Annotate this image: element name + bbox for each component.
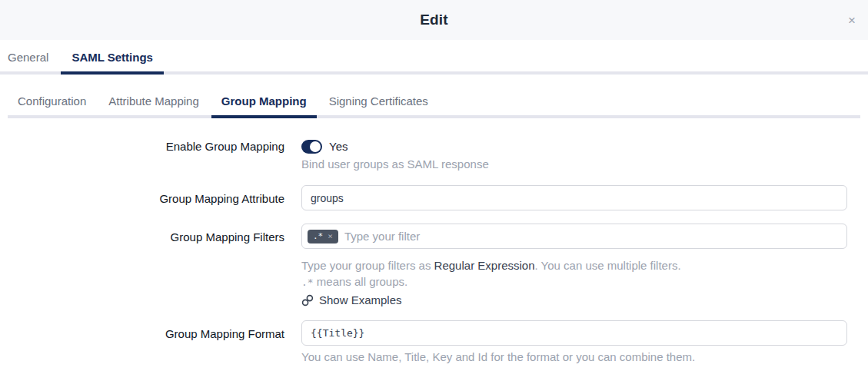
- group-mapping-format-input[interactable]: [301, 320, 847, 346]
- main-tabs: General SAML Settings: [0, 40, 868, 75]
- subtab-configuration[interactable]: Configuration: [8, 94, 96, 115]
- filter-chip: .* ×: [308, 230, 338, 243]
- link-icon: [301, 294, 314, 306]
- close-icon[interactable]: ×: [844, 10, 860, 31]
- group-mapping-attribute-label: Group Mapping Attribute: [0, 185, 284, 210]
- group-mapping-attribute-row: Group Mapping Attribute: [0, 185, 868, 210]
- toggle-state-text: Yes: [329, 140, 348, 153]
- modal-header: Edit ×: [0, 0, 868, 40]
- group-mapping-filters-label: Group Mapping Filters: [0, 224, 284, 310]
- group-mapping-format-help: You can use Name, Title, Key and Id for …: [301, 349, 847, 365]
- saml-sub-tabs: Configuration Attribute Mapping Group Ma…: [8, 75, 860, 118]
- show-examples-label: Show Examples: [319, 293, 402, 308]
- group-mapping-format-label: Group Mapping Format: [0, 320, 284, 365]
- filters-help-line2: .* means all groups.: [301, 273, 847, 290]
- filters-help-text: Type your group filters as Regular Expre…: [301, 257, 847, 310]
- group-mapping-format-row: Group Mapping Format You can use Name, T…: [0, 320, 868, 365]
- subtab-group-mapping[interactable]: Group Mapping: [211, 94, 317, 118]
- regex-code: .*: [301, 277, 314, 288]
- enable-group-mapping-toggle[interactable]: [301, 140, 322, 154]
- group-mapping-filters-input[interactable]: .* ×: [301, 224, 847, 249]
- group-mapping-attribute-input[interactable]: [301, 185, 847, 210]
- tab-saml-settings[interactable]: SAML Settings: [61, 51, 164, 75]
- filters-text-input[interactable]: [344, 230, 841, 243]
- regular-expression-emphasis: Regular Expression: [434, 259, 535, 272]
- edit-modal: Edit × General SAML Settings Configurati…: [0, 0, 868, 365]
- group-mapping-filters-row: Group Mapping Filters .* × Type your gro…: [0, 224, 868, 310]
- filter-chip-remove-icon[interactable]: ×: [328, 231, 333, 242]
- subtab-attribute-mapping[interactable]: Attribute Mapping: [98, 94, 209, 115]
- enable-group-mapping-help: Bind user groups as SAML response: [301, 157, 847, 172]
- toggle-knob: [310, 141, 321, 152]
- tab-general[interactable]: General: [8, 51, 48, 71]
- show-examples-link[interactable]: Show Examples: [301, 293, 402, 308]
- modal-title: Edit: [420, 12, 448, 28]
- filter-chip-text: .*: [313, 231, 323, 242]
- enable-group-mapping-label: Enable Group Mapping: [0, 139, 284, 172]
- filters-help-line1: Type your group filters as Regular Expre…: [301, 257, 847, 273]
- subtab-signing-certificates[interactable]: Signing Certificates: [319, 94, 438, 115]
- enable-group-mapping-row: Enable Group Mapping Yes Bind user group…: [0, 139, 868, 172]
- group-mapping-form: Enable Group Mapping Yes Bind user group…: [0, 118, 868, 365]
